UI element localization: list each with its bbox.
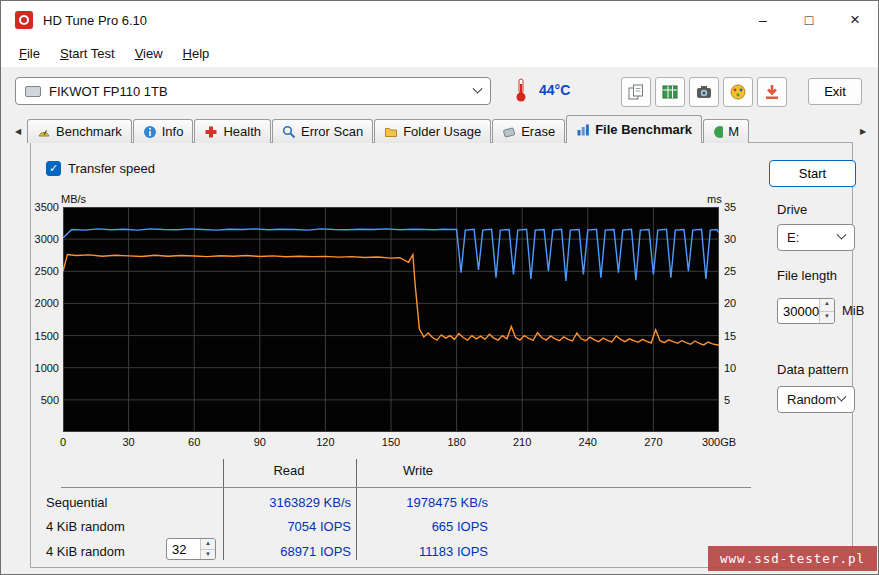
tab-erase[interactable]: Erase	[492, 119, 565, 143]
file-length-spinner: ▲ ▼	[777, 298, 835, 324]
save-button[interactable]	[757, 77, 787, 107]
drive-icon	[25, 86, 41, 97]
minimize-button[interactable]: –	[740, 1, 786, 39]
y-axis-right-title: ms	[707, 193, 722, 205]
tab-file-benchmark[interactable]: File Benchmark	[566, 115, 702, 143]
y-tick-right: 25	[724, 265, 756, 277]
chevron-down-icon	[473, 83, 483, 93]
file-length-label: File length	[777, 268, 837, 283]
folder-icon	[384, 125, 398, 139]
row-sequential-label: Sequential	[46, 495, 196, 510]
tab-folder-usage[interactable]: Folder Usage	[374, 119, 491, 143]
menu-file[interactable]: File	[9, 42, 50, 65]
window-title: HD Tune Pro 6.10	[43, 13, 147, 28]
thermometer-icon	[513, 77, 529, 106]
exit-button[interactable]: Exit	[808, 78, 862, 105]
y-tick-right: 20	[724, 297, 756, 309]
queue-depth-input[interactable]	[167, 539, 200, 559]
copy-icon	[627, 83, 645, 101]
magnifier-icon	[282, 125, 296, 139]
results-header-rule	[61, 487, 751, 488]
y-tick-left: 2000	[21, 297, 59, 309]
maximize-button[interactable]: □	[786, 1, 832, 39]
tab-monitor[interactable]: M	[703, 119, 749, 143]
data-pattern-value: Random	[787, 392, 836, 407]
x-tick: 270	[631, 436, 675, 448]
file-length-input[interactable]	[778, 299, 819, 323]
row-random-qd-write: 11183 IOPS	[364, 544, 488, 559]
menu-view[interactable]: View	[125, 42, 173, 65]
queue-depth-up-icon[interactable]: ▲	[201, 539, 215, 549]
tab-error-scan[interactable]: Error Scan	[272, 119, 373, 143]
row-sequential-read: 3163829 KB/s	[227, 495, 351, 510]
file-length-unit: MiB	[842, 303, 864, 318]
drive-dropdown-value: E:	[787, 230, 799, 245]
info-icon	[143, 125, 157, 139]
tab-info[interactable]: Info	[133, 119, 194, 143]
row-random-write: 665 IOPS	[364, 519, 488, 534]
queue-depth-down-icon[interactable]: ▼	[201, 549, 215, 560]
y-tick-right: 10	[724, 362, 756, 374]
drive-select-combo[interactable]: FIKWOT FP110 1TB	[15, 77, 491, 105]
copy-button[interactable]	[621, 77, 651, 107]
y-tick-left: 1500	[21, 330, 59, 342]
y-tick-right: 15	[724, 330, 756, 342]
tab-label: Erase	[521, 124, 555, 139]
tab-label: Folder Usage	[403, 124, 481, 139]
toolbar: FIKWOT FP110 1TB 44°C	[1, 67, 878, 115]
chart: MB/s ms 35003000250020001500100050035302…	[21, 193, 763, 457]
window-controls: – □ ×	[740, 1, 878, 39]
title-bar: HD Tune Pro 6.10 – □ ×	[1, 1, 878, 39]
file-length-up-icon[interactable]: ▲	[820, 299, 834, 311]
screenshot-icon	[695, 83, 713, 101]
menu-help[interactable]: Help	[173, 42, 220, 65]
chevron-down-icon	[837, 392, 847, 402]
x-tick: 300GB	[697, 436, 741, 448]
x-tick: 210	[500, 436, 544, 448]
row-random-qd-read: 68971 IOPS	[227, 544, 351, 559]
x-tick: 0	[41, 436, 85, 448]
y-axis-left-title: MB/s	[61, 193, 86, 205]
tab-label: Benchmark	[56, 124, 122, 139]
menu-start-test[interactable]: Start Test	[50, 42, 125, 65]
tab-label: File Benchmark	[595, 122, 692, 137]
tab-scroll-right-icon[interactable]: ▶	[854, 119, 872, 143]
export-table-icon	[661, 83, 679, 101]
file-length-down-icon[interactable]: ▼	[820, 311, 834, 324]
x-tick: 90	[238, 436, 282, 448]
x-tick: 150	[369, 436, 413, 448]
drive-select-value: FIKWOT FP110 1TB	[49, 84, 168, 99]
eraser-icon	[502, 125, 516, 139]
menu-bar: File Start Test View Help	[1, 39, 878, 67]
tab-benchmark[interactable]: Benchmark	[27, 119, 132, 143]
app-window: HD Tune Pro 6.10 – □ × File Start Test V…	[0, 0, 879, 575]
temperature-value: 44°C	[539, 82, 570, 98]
tab-health[interactable]: Health	[194, 119, 271, 143]
app-icon	[15, 11, 33, 29]
transfer-speed-checkbox[interactable]	[46, 161, 61, 176]
results-divider-2	[356, 459, 357, 560]
colors-button[interactable]	[723, 77, 753, 107]
x-tick: 30	[107, 436, 151, 448]
chevron-down-icon	[837, 230, 847, 240]
tab-label: Info	[162, 124, 184, 139]
tab-scroll-left-icon[interactable]: ◀	[9, 119, 27, 143]
row-random-read: 7054 IOPS	[227, 519, 351, 534]
y-tick-left: 500	[21, 394, 59, 406]
y-tick-right: 5	[724, 394, 756, 406]
y-tick-left: 2500	[21, 265, 59, 277]
x-tick: 120	[303, 436, 347, 448]
results-header-write: Write	[368, 463, 468, 478]
data-pattern-dropdown[interactable]: Random	[777, 386, 855, 413]
start-button[interactable]: Start	[769, 160, 856, 187]
screenshot-button[interactable]	[689, 77, 719, 107]
close-button[interactable]: ×	[832, 1, 878, 39]
monitor-icon	[713, 125, 723, 139]
export-button[interactable]	[655, 77, 685, 107]
health-cross-icon	[204, 125, 218, 139]
tab-label: Health	[223, 124, 261, 139]
tab-label: Error Scan	[301, 124, 363, 139]
y-tick-left: 1000	[21, 362, 59, 374]
drive-dropdown[interactable]: E:	[777, 224, 855, 251]
data-pattern-label: Data pattern	[777, 362, 849, 377]
